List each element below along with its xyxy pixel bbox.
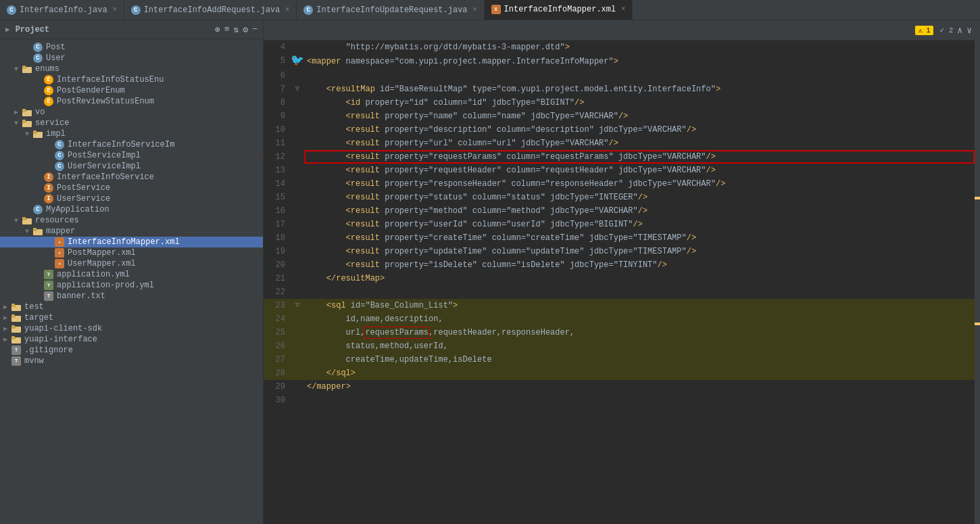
tree-label-target: target [24, 313, 53, 323]
tree-icon-impl [32, 129, 43, 139]
line-code-27[interactable]: createTime,updateTime,isDelete [304, 353, 975, 366]
tree-icon-mvnw: T [11, 356, 22, 366]
editor-area: ⚠ 1 ✓ 2 ∧ ∨ 4 "http://mybatis.org/dtd/my… [264, 20, 975, 524]
line-code-17[interactable]: <result property="userId" column="userId… [304, 218, 975, 231]
line-code-28[interactable]: </sql> [304, 366, 975, 380]
line-code-22[interactable] [304, 285, 975, 299]
tree-item-enums[interactable]: enums [0, 64, 263, 74]
line-gutter-25 [291, 326, 304, 339]
settings-icon[interactable]: ⚙ [243, 24, 248, 35]
line-code-19[interactable]: <result property="updateTime" column="up… [304, 245, 975, 258]
tree-item-test[interactable]: test [0, 302, 263, 312]
line-code-18[interactable]: <result property="createTime" column="cr… [304, 231, 975, 245]
line-code-14[interactable]: <result property="responseHeader" column… [304, 177, 975, 191]
line-code-12[interactable]: <result property="requestParams" column=… [304, 150, 975, 164]
menu-icon[interactable]: ≡ [224, 24, 230, 35]
line-code-15[interactable]: <result property="status" column="status… [304, 191, 975, 204]
line-code-20[interactable]: <result property="isDelete" column="isDe… [304, 258, 975, 272]
tree-item-service[interactable]: service [0, 118, 263, 128]
tree-item-gitignore[interactable]: T.gitignore [0, 345, 263, 356]
tab-interfaceinfo-add[interactable]: CInterfaceInfoAddRequest.java× [124, 0, 297, 20]
line-code-24[interactable]: id,name,description, [304, 312, 975, 326]
code-line-11: 11 <result property="url" column="url" j… [264, 137, 975, 150]
line-num-19: 19 [264, 245, 291, 258]
line-code-25[interactable]: url,requestParams,requestHeader,response… [304, 326, 975, 339]
line-gutter-23: ▽ [291, 299, 304, 312]
right-indicator[interactable] [975, 20, 980, 524]
line-code-26[interactable]: status,method,userId, [304, 339, 975, 353]
svg-rect-23 [11, 314, 15, 316]
line-gutter-14 [291, 177, 304, 191]
tree-item-postreviewstatus[interactable]: EPostReviewStatusEnum [0, 96, 263, 107]
tree-item-target[interactable]: target [0, 312, 263, 323]
mybatis-icon[interactable]: 🐦 [291, 55, 304, 67]
tree-item-resources[interactable]: resources [0, 215, 263, 226]
line-num-11: 11 [264, 137, 291, 150]
tree-item-user[interactable]: CUser [0, 53, 263, 64]
tree-item-mvnw[interactable]: Tmvnw [0, 356, 263, 366]
tree-item-interfaceinfomapper-xml[interactable]: ✦InterfaceInfoMapper.xml [0, 237, 263, 247]
svg-rect-20 [11, 304, 15, 306]
tab-close-interfaceinfo-add[interactable]: × [285, 6, 289, 14]
collapse-icon[interactable]: − [252, 24, 258, 35]
fold-icon[interactable]: ▽ [295, 302, 299, 309]
tree-item-post[interactable]: CPost [0, 42, 263, 53]
fold-icon[interactable]: ▽ [295, 85, 299, 93]
tree-item-userserviceimpl[interactable]: CUserServiceImpl [0, 161, 263, 172]
line-code-13[interactable]: <result property="requestHeader" column=… [304, 164, 975, 177]
tree-item-application-yml[interactable]: Yapplication.yml [0, 269, 263, 280]
line-code-9[interactable]: <result property="name" column="name" jd… [304, 110, 975, 123]
line-code-16[interactable]: <result property="method" column="method… [304, 204, 975, 218]
line-code-5[interactable]: <mapper namespace="com.yupi.project.mapp… [304, 54, 975, 69]
line-gutter-13 [291, 164, 304, 177]
down-icon[interactable]: ∨ [966, 25, 972, 36]
tree-item-impl[interactable]: impl [0, 128, 263, 139]
tree-item-myapplication[interactable]: CMyApplication [0, 204, 263, 215]
up-icon[interactable]: ∧ [957, 25, 962, 36]
code-line-27: 27 createTime,updateTime,isDelete [264, 353, 975, 366]
tree-item-interfaceinfoserviceimpl[interactable]: CInterfaceInfoServiceIm [0, 139, 263, 150]
tree-item-yuapi-interface[interactable]: yuapi-interface [0, 334, 263, 345]
tree-item-vo[interactable]: vo [0, 107, 263, 118]
tab-label-interfaceinfo-update: InterfaceInfoUpdateRequest.java [316, 5, 467, 15]
line-num-17: 17 [264, 218, 291, 231]
tree-icon-target [11, 313, 22, 323]
line-code-10[interactable]: <result property="description" column="d… [304, 123, 975, 137]
tree-item-userservice[interactable]: IUserService [0, 193, 263, 204]
tab-close-interfaceinfo-mapper[interactable]: × [621, 5, 625, 13]
tree-item-interfaceinfostatus[interactable]: EInterfaceInfoStatusEnu [0, 74, 263, 85]
tree-item-usermapper-xml[interactable]: ✦UserMapper.xml [0, 258, 263, 269]
line-code-30[interactable] [304, 394, 975, 407]
tree-item-application-prod-yml[interactable]: Yapplication-prod.yml [0, 280, 263, 291]
tree-item-banner-txt[interactable]: Tbanner.txt [0, 291, 263, 302]
line-code-6[interactable] [304, 69, 975, 82]
tab-interfaceinfo-update[interactable]: CInterfaceInfoUpdateRequest.java× [297, 0, 484, 20]
line-code-4[interactable]: "http://mybatis.org/dtd/mybatis-3-mapper… [304, 41, 975, 54]
line-code-11[interactable]: <result property="url" column="url" jdbc… [304, 137, 975, 150]
tree-item-postgenderenum[interactable]: EPostGenderEnum [0, 85, 263, 96]
tree-label-userservice: UserService [57, 194, 110, 204]
line-gutter-16 [291, 204, 304, 218]
line-code-29[interactable]: </mapper> [304, 380, 975, 394]
tree-item-postserviceimpl[interactable]: CPostServiceImpl [0, 150, 263, 161]
line-code-8[interactable]: <id property="id" column="id" jdbcType="… [304, 96, 975, 110]
tree-label-postreviewstatus: PostReviewStatusEnum [57, 97, 154, 106]
add-icon[interactable]: ⊕ [215, 24, 220, 35]
line-code-21[interactable]: </resultMap> [304, 272, 975, 285]
tab-interfaceinfo-java[interactable]: CInterfaceInfo.java× [0, 0, 124, 20]
requestparams-highlight: requestParams [365, 328, 428, 337]
tab-interfaceinfo-mapper[interactable]: XInterfaceInfoMapper.xml× [485, 0, 633, 20]
tree-item-mapper[interactable]: mapper [0, 226, 263, 237]
tree-item-postservice[interactable]: IPostService [0, 183, 263, 193]
sort-icon[interactable]: ⇅ [234, 24, 239, 35]
tab-close-interfaceinfo-java[interactable]: × [113, 6, 117, 14]
tree-icon-user: C [32, 53, 43, 63]
tab-close-interfaceinfo-update[interactable]: × [473, 6, 477, 14]
editor-content[interactable]: 4 "http://mybatis.org/dtd/mybatis-3-mapp… [264, 41, 975, 524]
line-code-7[interactable]: <resultMap id="BaseResultMap" type="com.… [304, 82, 975, 96]
tree-item-yuapi-client-sdk[interactable]: yuapi-client-sdk [0, 323, 263, 334]
tree-item-interfaceinfoservice[interactable]: IInterfaceInfoService [0, 172, 263, 183]
line-code-23[interactable]: <sql id="Base_Column_List"> [304, 299, 975, 312]
tree-icon-postreviewstatus: E [43, 97, 54, 106]
tree-item-postmapper-xml[interactable]: ✦PostMapper.xml [0, 247, 263, 258]
